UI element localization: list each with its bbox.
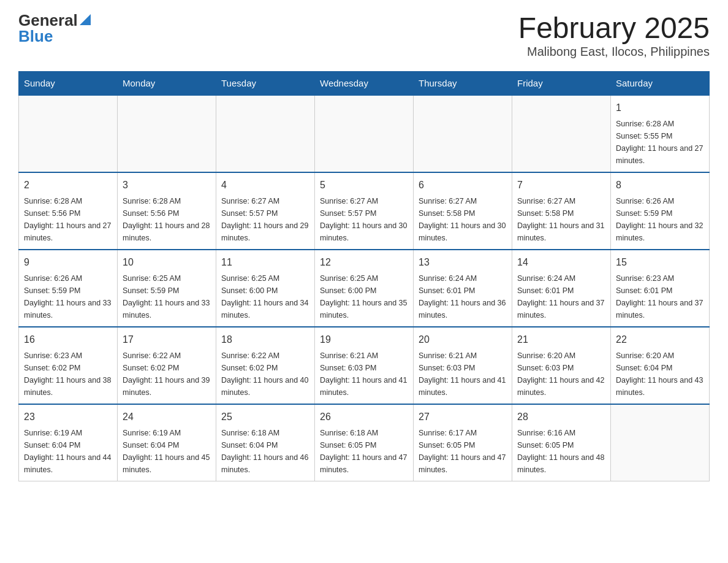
calendar-cell: 25Sunrise: 6:18 AMSunset: 6:04 PMDayligh… xyxy=(216,404,315,481)
day-info: Sunrise: 6:20 AMSunset: 6:04 PMDaylight:… xyxy=(616,350,704,399)
calendar-cell: 16Sunrise: 6:23 AMSunset: 6:02 PMDayligh… xyxy=(19,327,118,404)
day-info: Sunrise: 6:18 AMSunset: 6:05 PMDaylight:… xyxy=(320,427,408,476)
day-info: Sunrise: 6:23 AMSunset: 6:02 PMDaylight:… xyxy=(24,350,112,399)
day-number: 22 xyxy=(616,332,704,347)
calendar-table: SundayMondayTuesdayWednesdayThursdayFrid… xyxy=(18,71,710,481)
day-info: Sunrise: 6:26 AMSunset: 5:59 PMDaylight:… xyxy=(616,195,704,244)
day-info: Sunrise: 6:28 AMSunset: 5:55 PMDaylight:… xyxy=(616,118,704,167)
day-number: 25 xyxy=(221,410,309,424)
calendar-cell xyxy=(611,404,710,481)
day-number: 9 xyxy=(24,255,112,270)
day-info: Sunrise: 6:19 AMSunset: 6:04 PMDaylight:… xyxy=(24,427,112,476)
calendar-cell: 7Sunrise: 6:27 AMSunset: 5:58 PMDaylight… xyxy=(512,172,611,250)
day-info: Sunrise: 6:22 AMSunset: 6:02 PMDaylight:… xyxy=(221,350,309,399)
calendar-cell xyxy=(315,95,414,172)
day-number: 16 xyxy=(24,332,112,347)
day-info: Sunrise: 6:19 AMSunset: 6:04 PMDaylight:… xyxy=(123,427,211,476)
day-number: 12 xyxy=(320,255,408,270)
calendar-cell xyxy=(414,95,512,172)
logo: General Blue xyxy=(18,12,91,44)
calendar-cell: 22Sunrise: 6:20 AMSunset: 6:04 PMDayligh… xyxy=(611,327,710,404)
day-number: 13 xyxy=(419,255,507,270)
calendar-cell: 1Sunrise: 6:28 AMSunset: 5:55 PMDaylight… xyxy=(611,95,710,172)
calendar-cell: 15Sunrise: 6:23 AMSunset: 6:01 PMDayligh… xyxy=(611,250,710,327)
day-info: Sunrise: 6:24 AMSunset: 6:01 PMDaylight:… xyxy=(419,272,507,321)
calendar-cell: 27Sunrise: 6:17 AMSunset: 6:05 PMDayligh… xyxy=(414,404,512,481)
calendar-cell: 26Sunrise: 6:18 AMSunset: 6:05 PMDayligh… xyxy=(315,404,414,481)
logo-blue: Blue xyxy=(18,27,53,45)
day-info: Sunrise: 6:26 AMSunset: 5:59 PMDaylight:… xyxy=(24,272,112,321)
day-number: 11 xyxy=(221,255,309,270)
title-block: February 2025 Malibong East, Ilocos, Phi… xyxy=(518,12,710,59)
day-number: 27 xyxy=(419,410,507,424)
day-info: Sunrise: 6:23 AMSunset: 6:01 PMDaylight:… xyxy=(616,272,704,321)
day-number: 6 xyxy=(419,178,507,193)
day-info: Sunrise: 6:27 AMSunset: 5:58 PMDaylight:… xyxy=(419,195,507,244)
day-number: 2 xyxy=(24,178,112,193)
day-info: Sunrise: 6:16 AMSunset: 6:05 PMDaylight:… xyxy=(517,427,605,476)
calendar-cell: 24Sunrise: 6:19 AMSunset: 6:04 PMDayligh… xyxy=(118,404,216,481)
calendar-cell: 18Sunrise: 6:22 AMSunset: 6:02 PMDayligh… xyxy=(216,327,315,404)
calendar-week-row: 16Sunrise: 6:23 AMSunset: 6:02 PMDayligh… xyxy=(19,327,710,404)
calendar-cell: 3Sunrise: 6:28 AMSunset: 5:56 PMDaylight… xyxy=(118,172,216,250)
day-number: 21 xyxy=(517,332,605,347)
weekday-header-sunday: Sunday xyxy=(19,71,118,95)
weekday-header-monday: Monday xyxy=(118,71,216,95)
day-info: Sunrise: 6:21 AMSunset: 6:03 PMDaylight:… xyxy=(419,350,507,399)
day-number: 1 xyxy=(616,101,704,115)
weekday-header-thursday: Thursday xyxy=(414,71,512,95)
calendar-cell xyxy=(216,95,315,172)
calendar-cell: 5Sunrise: 6:27 AMSunset: 5:57 PMDaylight… xyxy=(315,172,414,250)
weekday-header-wednesday: Wednesday xyxy=(315,71,414,95)
day-number: 4 xyxy=(221,178,309,193)
calendar-week-row: 2Sunrise: 6:28 AMSunset: 5:56 PMDaylight… xyxy=(19,172,710,250)
calendar-cell: 20Sunrise: 6:21 AMSunset: 6:03 PMDayligh… xyxy=(414,327,512,404)
day-info: Sunrise: 6:25 AMSunset: 6:00 PMDaylight:… xyxy=(320,272,408,321)
calendar-cell: 17Sunrise: 6:22 AMSunset: 6:02 PMDayligh… xyxy=(118,327,216,404)
calendar-cell: 6Sunrise: 6:27 AMSunset: 5:58 PMDaylight… xyxy=(414,172,512,250)
calendar-cell: 10Sunrise: 6:25 AMSunset: 5:59 PMDayligh… xyxy=(118,250,216,327)
logo-general: General xyxy=(18,12,78,28)
calendar-cell: 23Sunrise: 6:19 AMSunset: 6:04 PMDayligh… xyxy=(19,404,118,481)
day-info: Sunrise: 6:17 AMSunset: 6:05 PMDaylight:… xyxy=(419,427,507,476)
day-number: 3 xyxy=(123,178,211,193)
calendar-cell: 14Sunrise: 6:24 AMSunset: 6:01 PMDayligh… xyxy=(512,250,611,327)
day-info: Sunrise: 6:28 AMSunset: 5:56 PMDaylight:… xyxy=(123,195,211,244)
calendar-cell: 11Sunrise: 6:25 AMSunset: 6:00 PMDayligh… xyxy=(216,250,315,327)
day-number: 26 xyxy=(320,410,408,424)
day-info: Sunrise: 6:27 AMSunset: 5:57 PMDaylight:… xyxy=(221,195,309,244)
day-info: Sunrise: 6:24 AMSunset: 6:01 PMDaylight:… xyxy=(517,272,605,321)
day-info: Sunrise: 6:27 AMSunset: 5:57 PMDaylight:… xyxy=(320,195,408,244)
calendar-week-row: 1Sunrise: 6:28 AMSunset: 5:55 PMDaylight… xyxy=(19,95,710,172)
day-info: Sunrise: 6:18 AMSunset: 6:04 PMDaylight:… xyxy=(221,427,309,476)
day-info: Sunrise: 6:25 AMSunset: 6:00 PMDaylight:… xyxy=(221,272,309,321)
calendar-cell xyxy=(118,95,216,172)
day-number: 14 xyxy=(517,255,605,270)
day-info: Sunrise: 6:27 AMSunset: 5:58 PMDaylight:… xyxy=(517,195,605,244)
day-number: 7 xyxy=(517,178,605,193)
calendar-cell: 12Sunrise: 6:25 AMSunset: 6:00 PMDayligh… xyxy=(315,250,414,327)
calendar-cell: 28Sunrise: 6:16 AMSunset: 6:05 PMDayligh… xyxy=(512,404,611,481)
calendar-cell: 21Sunrise: 6:20 AMSunset: 6:03 PMDayligh… xyxy=(512,327,611,404)
calendar-cell: 13Sunrise: 6:24 AMSunset: 6:01 PMDayligh… xyxy=(414,250,512,327)
day-number: 15 xyxy=(616,255,704,270)
day-info: Sunrise: 6:25 AMSunset: 5:59 PMDaylight:… xyxy=(123,272,211,321)
day-number: 24 xyxy=(123,410,211,424)
calendar-cell xyxy=(19,95,118,172)
day-number: 17 xyxy=(123,332,211,347)
calendar-cell: 4Sunrise: 6:27 AMSunset: 5:57 PMDaylight… xyxy=(216,172,315,250)
calendar-cell: 2Sunrise: 6:28 AMSunset: 5:56 PMDaylight… xyxy=(19,172,118,250)
day-number: 8 xyxy=(616,178,704,193)
day-number: 10 xyxy=(123,255,211,270)
day-number: 19 xyxy=(320,332,408,347)
day-info: Sunrise: 6:28 AMSunset: 5:56 PMDaylight:… xyxy=(24,195,112,244)
calendar-cell: 9Sunrise: 6:26 AMSunset: 5:59 PMDaylight… xyxy=(19,250,118,327)
weekday-header-friday: Friday xyxy=(512,71,611,95)
weekday-header-tuesday: Tuesday xyxy=(216,71,315,95)
weekday-header-row: SundayMondayTuesdayWednesdayThursdayFrid… xyxy=(19,71,710,95)
day-info: Sunrise: 6:22 AMSunset: 6:02 PMDaylight:… xyxy=(123,350,211,399)
logo-triangle-icon xyxy=(80,14,91,25)
calendar-subtitle: Malibong East, Ilocos, Philippines xyxy=(518,45,710,59)
day-number: 20 xyxy=(419,332,507,347)
calendar-cell: 19Sunrise: 6:21 AMSunset: 6:03 PMDayligh… xyxy=(315,327,414,404)
